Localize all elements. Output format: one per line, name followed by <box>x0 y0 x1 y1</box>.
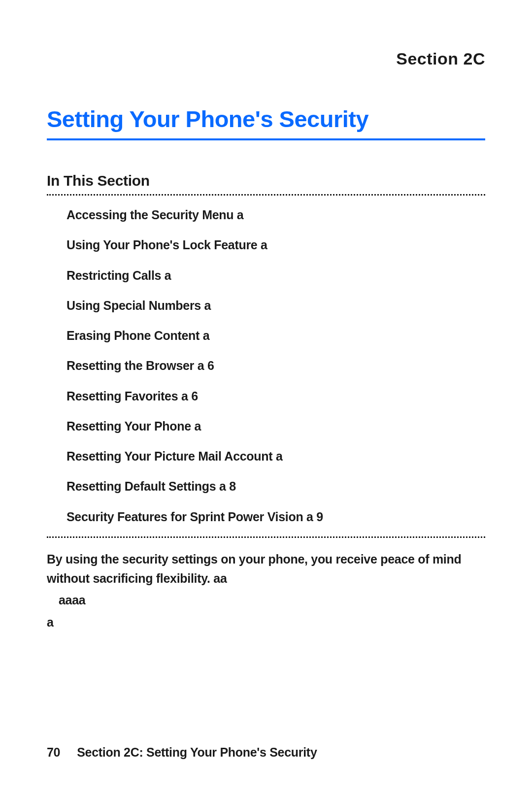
toc-item: Resetting Favorites a 6 <box>66 389 485 404</box>
divider-bottom <box>47 536 485 538</box>
page-number: 70 <box>47 745 60 759</box>
toc-item: Resetting Your Phone a <box>66 419 485 434</box>
toc-item: Resetting Default Settings a 8 <box>66 479 485 494</box>
toc-item: Resetting the Browser a 6 <box>66 358 485 373</box>
section-label: Section 2C <box>47 49 485 68</box>
body-paragraph: By using the security settings on your p… <box>47 550 485 588</box>
toc-item: Restricting Calls a <box>66 268 485 283</box>
footer-text: Section 2C: Setting Your Phone's Securit… <box>77 745 317 759</box>
page-title: Setting Your Phone's Security <box>47 105 485 140</box>
toc-list: Accessing the Security Menu a Using Your… <box>47 207 485 525</box>
toc-item: Using Your Phone's Lock Feature a <box>66 237 485 253</box>
toc-item: Erasing Phone Content a <box>66 328 485 343</box>
divider-top <box>47 194 485 196</box>
toc-item: Security Features for Sprint Power Visio… <box>66 509 485 525</box>
toc-item: Resetting Your Picture Mail Account a <box>66 449 485 464</box>
toc-item: Using Special Numbers a <box>66 298 485 313</box>
body-paragraph: a <box>47 613 485 632</box>
body-paragraph: aaaa <box>47 591 485 610</box>
subsection-heading: In This Section <box>47 172 485 189</box>
toc-item: Accessing the Security Menu a <box>66 207 485 223</box>
page-footer: 70Section 2C: Setting Your Phone's Secur… <box>47 745 317 760</box>
